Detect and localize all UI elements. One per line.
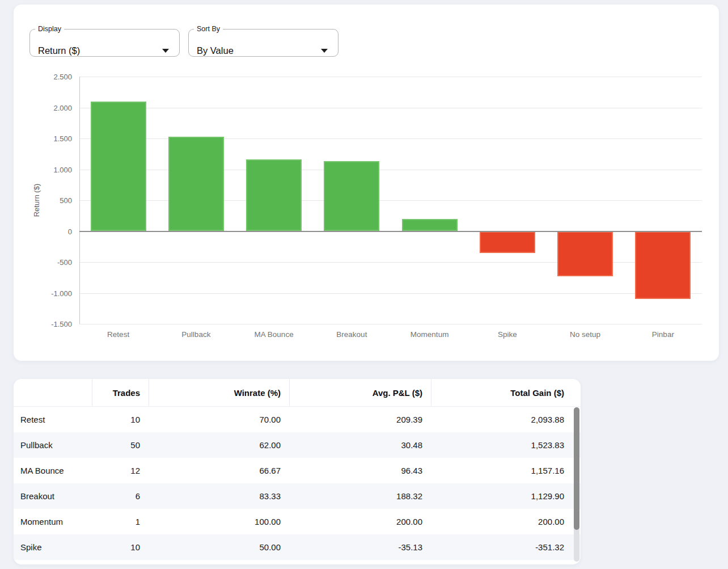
- cell-value: 70.00: [149, 415, 289, 424]
- cell-setup-name: Breakout: [14, 491, 92, 501]
- y-axis-tick: -1.000: [35, 289, 72, 297]
- scrollbar-thumb[interactable]: [574, 407, 579, 530]
- cell-value: 1,157.16: [431, 466, 573, 475]
- sort-by-select-value: By Value: [197, 45, 234, 56]
- cell-value: 10: [92, 542, 149, 552]
- chart-bar-breakout[interactable]: [324, 161, 379, 231]
- y-axis-tick: 2.000: [35, 103, 72, 112]
- y-axis-tick: 1.000: [35, 165, 72, 174]
- y-axis-tick: 1.500: [35, 134, 72, 143]
- chart-bar-ma-bounce[interactable]: [246, 159, 302, 231]
- gridline: [79, 108, 702, 108]
- cell-setup-name: Momentum: [14, 517, 92, 526]
- table-row: Retest1070.00209.392,093.88: [14, 407, 581, 432]
- y-axis-tick: -500: [35, 258, 72, 267]
- chart-bar-momentum[interactable]: [402, 219, 458, 231]
- y-axis-tick: 0: [35, 227, 72, 235]
- header-cell-winrate-%-: Winrate (%): [149, 379, 289, 406]
- x-axis-label: Breakout: [313, 330, 391, 339]
- y-axis-line: [79, 77, 80, 324]
- cell-value: 10: [92, 415, 149, 424]
- table-row: MA Bounce1266.6796.431,157.16: [14, 458, 581, 483]
- sort-by-select[interactable]: Sort By By Value: [188, 25, 338, 57]
- table-row: Momentum1100.00200.00200.00: [14, 509, 581, 534]
- cell-value: 200.00: [431, 517, 573, 526]
- header-cell-name: [14, 379, 92, 406]
- display-select-value: Return ($): [38, 45, 80, 56]
- cell-setup-name: Spike: [14, 542, 92, 552]
- cell-value: 2,093.88: [431, 415, 573, 424]
- table-row: Breakout683.33188.321,129.90: [14, 483, 581, 509]
- chevron-down-icon: [321, 49, 328, 53]
- table-body: Retest1070.00209.392,093.88Pullback5062.…: [14, 407, 581, 560]
- cell-value: 50.00: [149, 542, 289, 552]
- x-axis-label: MA Bounce: [235, 330, 313, 339]
- x-axis-label: Pinbar: [624, 330, 702, 339]
- cell-value: -351.32: [431, 542, 573, 552]
- header-cell-trades: Trades: [92, 379, 149, 406]
- x-axis-label: Retest: [79, 330, 157, 339]
- table-row: Pullback5062.0030.481,523.83: [14, 432, 581, 458]
- sort-by-select-label: Sort By: [194, 25, 223, 33]
- chart-bar-pinbar[interactable]: [635, 231, 691, 300]
- display-select-label: Display: [35, 25, 64, 33]
- chart-bar-no-setup[interactable]: [557, 231, 613, 277]
- chart-bar-spike[interactable]: [480, 231, 535, 253]
- zero-line: [79, 231, 702, 232]
- stats-table-card: TradesWinrate (%)Avg. P&L ($)Total Gain …: [14, 379, 581, 564]
- display-select[interactable]: Display Return ($): [29, 25, 180, 57]
- x-axis-label: Spike: [468, 330, 546, 339]
- table-header: TradesWinrate (%)Avg. P&L ($)Total Gain …: [14, 379, 581, 407]
- x-axis-label: Pullback: [157, 330, 235, 339]
- cell-value: 66.67: [149, 466, 289, 475]
- y-axis-tick: 2.500: [35, 73, 72, 81]
- y-axis-tick: 500: [35, 196, 72, 205]
- table-row: Spike1050.00-35.13-351.32: [14, 534, 581, 560]
- cell-value: 100.00: [149, 517, 289, 526]
- gridline: [79, 77, 702, 77]
- bar-chart: 2.5002.0001.5001.0005000-500-1.000-1.500…: [79, 77, 702, 324]
- chart-card: Display Return ($) Sort By By Value Retu…: [14, 5, 719, 361]
- cell-value: 1,129.90: [431, 491, 573, 501]
- cell-value: 1,523.83: [431, 440, 573, 450]
- chevron-down-icon: [162, 49, 169, 53]
- x-axis-label: No setup: [547, 330, 624, 339]
- cell-setup-name: Retest: [14, 415, 92, 424]
- cell-value: 30.48: [289, 440, 431, 450]
- gridline: [79, 324, 702, 324]
- cell-value: 209.39: [289, 415, 431, 424]
- x-axis-label: Momentum: [391, 330, 468, 339]
- y-axis-tick: -1.500: [35, 320, 72, 328]
- cell-value: 83.33: [149, 491, 289, 501]
- cell-setup-name: MA Bounce: [14, 466, 92, 475]
- cell-value: 6: [92, 491, 149, 501]
- chart-bar-pullback[interactable]: [168, 137, 224, 231]
- cell-value: 1: [92, 517, 149, 526]
- cell-value: 50: [92, 440, 149, 450]
- cell-value: 96.43: [289, 466, 431, 475]
- cell-value: 200.00: [289, 517, 431, 526]
- gridline: [79, 293, 702, 294]
- cell-value: 12: [92, 466, 149, 475]
- header-cell-avg-p&l-$-: Avg. P&L ($): [289, 379, 431, 406]
- cell-value: 188.32: [289, 491, 431, 501]
- cell-value: -35.13: [289, 542, 431, 552]
- cell-value: 62.00: [149, 440, 289, 450]
- cell-setup-name: Pullback: [14, 440, 92, 450]
- chart-bar-retest[interactable]: [91, 102, 146, 231]
- header-cell-total-gain-$-: Total Gain ($): [431, 379, 573, 406]
